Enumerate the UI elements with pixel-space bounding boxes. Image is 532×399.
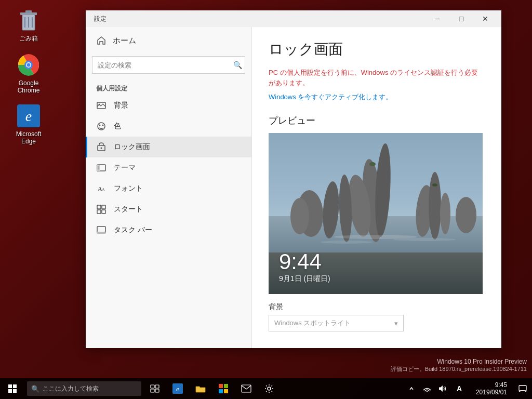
settings-icon (264, 384, 274, 393)
page-title: ロック画面 (269, 39, 485, 59)
taskbar-search-icon: 🔍 (31, 385, 39, 393)
svg-point-19 (101, 148, 102, 149)
taskbar-items: e (143, 378, 281, 399)
google-chrome-label: Google Chrome (10, 79, 47, 94)
sidebar: ホーム 🔍 個人用設定 (86, 27, 252, 348)
watermark-line2: 評価コピー。Build 18970.rs_prerelease.190824-1… (391, 365, 527, 373)
svg-point-38 (429, 172, 441, 240)
svg-text:e: e (25, 108, 32, 124)
svg-rect-62 (224, 384, 228, 388)
sidebar-home[interactable]: ホーム (86, 27, 251, 54)
bg-dropdown-value: Windows スポットライト (274, 318, 351, 328)
taskbar-right: A 9:45 2019/09/01 (402, 378, 532, 399)
section-title: 個人用設定 (86, 80, 251, 95)
svg-point-41 (290, 198, 309, 234)
background-label: 背景 (114, 101, 128, 110)
store-button[interactable] (212, 378, 235, 399)
sidebar-item-lockscreen[interactable]: ロック画面 (86, 137, 251, 157)
file-explorer-button[interactable] (189, 378, 212, 399)
taskbar-label: タスク バー (114, 225, 152, 235)
svg-rect-50 (8, 384, 12, 388)
windows-watermark: Windows 10 Pro Insider Preview 評価コピー。Bui… (391, 358, 527, 373)
search-input[interactable] (92, 56, 245, 74)
svg-point-10 (27, 63, 31, 67)
svg-rect-63 (219, 389, 223, 393)
start-label: スタート (114, 205, 143, 214)
google-chrome-icon[interactable]: Google Chrome (8, 50, 49, 96)
taskbar-search[interactable]: 🔍 ここに入力して検索 (27, 381, 141, 396)
svg-rect-28 (102, 210, 105, 214)
bg-section: 背景 Windows スポットライト ▾ (269, 302, 485, 331)
action-center-button[interactable] (513, 378, 532, 399)
background-icon (96, 100, 107, 111)
sidebar-item-taskbar[interactable]: タスク バー (86, 220, 251, 241)
home-icon (96, 35, 107, 46)
window-controls: ─ □ ✕ (425, 10, 497, 27)
svg-text:e: e (176, 385, 179, 393)
store-icon (218, 383, 229, 394)
bg-label: 背景 (269, 302, 485, 312)
svg-rect-55 (155, 385, 159, 388)
task-view-icon (150, 384, 159, 393)
bg-dropdown[interactable]: Windows スポットライト ▾ (269, 315, 404, 331)
sidebar-item-background[interactable]: 背景 (86, 95, 251, 116)
clock-time: 9:45 (495, 381, 507, 389)
clock-area[interactable]: 9:45 2019/09/01 (470, 378, 513, 399)
lock-time: 9:44 (279, 249, 330, 274)
network-icon[interactable] (420, 378, 434, 399)
tray-overflow-button[interactable] (404, 378, 419, 399)
svg-rect-30 (97, 232, 105, 234)
lock-screen-preview: 9:44 9月1日 (日曜日) (269, 133, 483, 294)
taskbar-settings-button[interactable] (258, 378, 281, 399)
preview-title: プレビュー (269, 114, 485, 127)
chrome-svg (17, 54, 40, 76)
svg-rect-68 (519, 385, 526, 391)
close-button[interactable]: ✕ (473, 10, 497, 27)
start-button[interactable] (0, 378, 25, 399)
recycle-bin-svg (18, 8, 39, 31)
lock-overlay: 9:44 9月1日 (日曜日) (279, 249, 330, 284)
svg-rect-61 (219, 384, 223, 388)
svg-rect-64 (224, 389, 228, 393)
taskbar-edge-button[interactable]: e (166, 378, 189, 399)
clock-date: 2019/09/01 (476, 389, 507, 396)
edge-svg: e (17, 104, 40, 127)
system-tray: A (402, 378, 470, 399)
lock-date: 9月1日 (日曜日) (279, 274, 330, 284)
task-view-button[interactable] (143, 378, 166, 399)
main-content: ロック画面 PC の個人用設定を行う前に、Windows のライセンス認証を行う… (252, 27, 501, 348)
windows-logo-icon (8, 384, 17, 393)
activate-link[interactable]: Windows を今すぐアクティブ化します。 (269, 92, 392, 102)
desktop-icons-area: ごみ箱 Google Chrome (8, 5, 49, 147)
maximize-button[interactable]: □ (449, 10, 473, 27)
svg-rect-27 (97, 210, 101, 214)
taskbar: 🔍 ここに入力して検索 e (0, 378, 532, 399)
svg-point-48 (369, 162, 376, 166)
title-bar: 設定 ─ □ ✕ (86, 10, 501, 27)
theme-label: テーマ (114, 163, 136, 172)
svg-point-66 (268, 387, 271, 390)
svg-rect-56 (151, 389, 154, 392)
svg-point-16 (99, 125, 101, 126)
svg-rect-25 (97, 205, 101, 209)
search-button[interactable]: 🔍 (233, 61, 242, 69)
mail-button[interactable] (235, 378, 258, 399)
theme-icon (96, 163, 107, 173)
volume-icon[interactable] (435, 378, 450, 399)
svg-point-14 (99, 104, 100, 105)
volume-status-icon (438, 385, 447, 392)
recycle-bin-icon[interactable]: ごみ箱 (8, 5, 49, 45)
file-explorer-icon (195, 384, 206, 393)
font-label: フォント (114, 184, 143, 193)
language-indicator[interactable]: A (451, 378, 468, 399)
sidebar-item-theme[interactable]: テーマ (86, 157, 251, 178)
svg-rect-65 (242, 385, 251, 392)
sidebar-item-color[interactable]: 色 (86, 116, 251, 137)
mail-icon (241, 384, 251, 393)
svg-rect-53 (13, 389, 17, 393)
settings-window: 設定 ─ □ ✕ ホーム (86, 10, 501, 348)
sidebar-item-font[interactable]: A A フォント (86, 178, 251, 199)
minimize-button[interactable]: ─ (425, 10, 449, 27)
sidebar-item-start[interactable]: スタート (86, 199, 251, 220)
microsoft-edge-icon[interactable]: e Microsoft Edge (8, 101, 49, 147)
